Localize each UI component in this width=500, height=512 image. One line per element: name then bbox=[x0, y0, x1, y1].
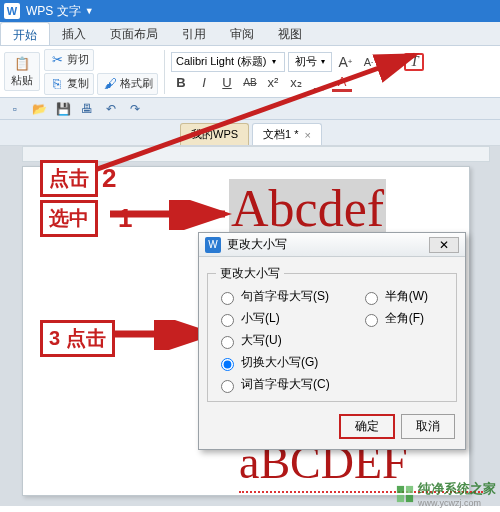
tab-page-layout[interactable]: 页面布局 bbox=[98, 22, 170, 45]
tab-insert[interactable]: 插入 bbox=[50, 22, 98, 45]
ok-button[interactable]: 确定 bbox=[339, 414, 395, 439]
undo-icon[interactable]: ↶ bbox=[102, 101, 120, 117]
svg-rect-3 bbox=[397, 486, 404, 493]
selected-text-before[interactable]: Abcdef bbox=[229, 179, 386, 238]
font-color-icon[interactable]: A bbox=[332, 74, 352, 92]
save-icon[interactable]: 💾 bbox=[54, 101, 72, 117]
dialog-close-button[interactable]: ✕ bbox=[429, 237, 459, 253]
watermark: 纯净系统之家 www.ycwzj.com bbox=[396, 480, 496, 508]
callout-step2-num: 2 bbox=[102, 163, 116, 194]
shrink-font-icon[interactable]: A- bbox=[358, 53, 378, 71]
dialog-title: 更改大小写 bbox=[227, 236, 287, 253]
paste-button[interactable]: 📋 粘贴 bbox=[4, 52, 40, 91]
dialog-app-icon: W bbox=[205, 237, 221, 253]
document-tabs: 我的WPS 文档1 *× bbox=[0, 120, 500, 146]
doc-tab-doc1[interactable]: 文档1 *× bbox=[252, 123, 322, 145]
opt-toggle-case[interactable]: 切换大小写(G) bbox=[216, 354, 330, 371]
format-painter-button[interactable]: 🖌格式刷 bbox=[97, 73, 158, 95]
print-icon[interactable]: 🖶 bbox=[78, 101, 96, 117]
clear-formatting-icon[interactable]: A̸ bbox=[381, 53, 401, 71]
tab-review[interactable]: 审阅 bbox=[218, 22, 266, 45]
brush-icon: 🖌 bbox=[102, 76, 118, 92]
doc-tab-wps[interactable]: 我的WPS bbox=[180, 123, 249, 145]
italic-icon[interactable]: I bbox=[194, 74, 214, 92]
svg-rect-4 bbox=[406, 486, 413, 493]
clipboard-icon: 📋 bbox=[14, 55, 30, 71]
watermark-url: www.ycwzj.com bbox=[418, 498, 496, 508]
dialog-group-legend: 更改大小写 bbox=[216, 265, 284, 282]
strikethrough-icon[interactable]: AB bbox=[240, 74, 260, 92]
watermark-text: 纯净系统之家 bbox=[418, 480, 496, 498]
svg-rect-6 bbox=[406, 495, 413, 502]
callout-step2-label: 点击 bbox=[40, 160, 98, 197]
cancel-button[interactable]: 取消 bbox=[401, 414, 455, 439]
scissors-icon: ✂ bbox=[49, 52, 65, 68]
callout-step1-label: 选中 bbox=[40, 200, 98, 237]
superscript-icon[interactable]: x² bbox=[263, 74, 283, 92]
opt-sentence-case[interactable]: 句首字母大写(S) bbox=[216, 288, 330, 305]
redo-icon[interactable]: ↷ bbox=[126, 101, 144, 117]
quick-access-toolbar: ▫ 📂 💾 🖶 ↶ ↷ bbox=[0, 98, 500, 120]
open-icon[interactable]: 📂 bbox=[30, 101, 48, 117]
dialog-titlebar[interactable]: W 更改大小写 ✕ bbox=[199, 233, 465, 257]
callout-step3-label: 3 点击 bbox=[40, 320, 115, 357]
underline-icon[interactable]: U bbox=[217, 74, 237, 92]
font-name-select[interactable]: Calibri Light (标题) ▾ bbox=[171, 52, 285, 72]
ribbon: 📋 粘贴 ✂剪切 ⎘复制 🖌格式刷 Calibri Light (标题) ▾ 初… bbox=[0, 46, 500, 98]
svg-rect-5 bbox=[397, 495, 404, 502]
change-case-dialog: W 更改大小写 ✕ 更改大小写 句首字母大写(S) 小写(L) 大写(U) 切换… bbox=[198, 232, 466, 450]
close-tab-icon[interactable]: × bbox=[305, 129, 311, 141]
opt-half-width[interactable]: 半角(W) bbox=[360, 288, 428, 305]
opt-capitalize-words[interactable]: 词首字母大写(C) bbox=[216, 376, 330, 393]
subscript-icon[interactable]: x₂ bbox=[286, 74, 306, 92]
opt-uppercase[interactable]: 大写(U) bbox=[216, 332, 330, 349]
new-doc-icon[interactable]: ▫ bbox=[6, 101, 24, 117]
app-name: WPS 文字 bbox=[26, 3, 81, 20]
font-size-select[interactable]: 初号 ▾ bbox=[288, 52, 332, 72]
dialog-option-group: 更改大小写 句首字母大写(S) 小写(L) 大写(U) 切换大小写(G) 词首字… bbox=[207, 265, 457, 402]
cut-button[interactable]: ✂剪切 bbox=[44, 49, 94, 71]
callout-step1-num: 1 bbox=[118, 203, 132, 234]
paste-label: 粘贴 bbox=[11, 73, 33, 88]
grow-font-icon[interactable]: A+ bbox=[335, 53, 355, 71]
callout-step1: 选中 1 bbox=[40, 200, 136, 237]
divider bbox=[164, 50, 165, 94]
tab-view[interactable]: 视图 bbox=[266, 22, 314, 45]
app-menu-caret-icon[interactable]: ▼ bbox=[85, 6, 94, 16]
watermark-logo-icon bbox=[396, 485, 414, 503]
tab-references[interactable]: 引用 bbox=[170, 22, 218, 45]
change-case-button[interactable]: T bbox=[404, 53, 424, 71]
title-bar: W WPS 文字 ▼ bbox=[0, 0, 500, 22]
copy-button[interactable]: ⎘复制 bbox=[44, 73, 94, 95]
callout-step2: 点击 2 bbox=[40, 160, 120, 197]
highlight-icon[interactable]: ▁ bbox=[309, 74, 329, 92]
callout-step3: 3 点击 bbox=[40, 320, 115, 357]
copy-icon: ⎘ bbox=[49, 76, 65, 92]
app-logo-icon: W bbox=[4, 3, 20, 19]
opt-full-width[interactable]: 全角(F) bbox=[360, 310, 428, 327]
opt-lowercase[interactable]: 小写(L) bbox=[216, 310, 330, 327]
menu-tabs: 开始 插入 页面布局 引用 审阅 视图 bbox=[0, 22, 500, 46]
bold-icon[interactable]: B bbox=[171, 74, 191, 92]
tab-start[interactable]: 开始 bbox=[0, 22, 50, 45]
